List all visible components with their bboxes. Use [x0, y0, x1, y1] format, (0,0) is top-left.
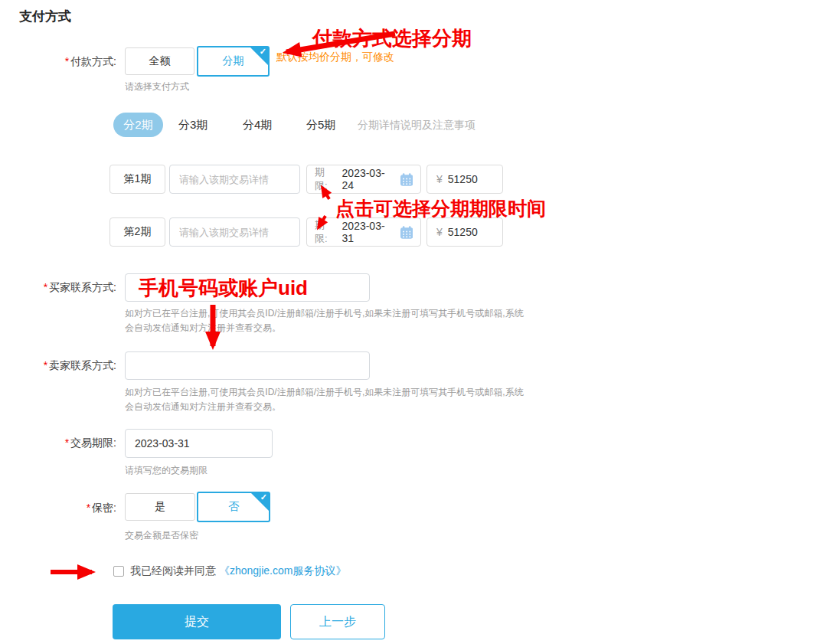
period-2-amount: 51250 — [448, 226, 478, 238]
period-2-deadline-box[interactable]: 期限: 2023-03-31 — [306, 217, 421, 247]
secrecy-label: *保密: — [0, 502, 116, 515]
tab-4-installments[interactable]: 分4期 — [243, 118, 272, 132]
seller-contact-label: *卖家联系方式: — [0, 359, 116, 373]
calendar-icon[interactable] — [400, 173, 413, 186]
seller-contact-helper: 如对方已在平台注册,可使用其会员ID/注册邮箱/注册手机号,如果未注册可填写其手… — [125, 385, 526, 414]
agreement-text: 我已经阅读并同意 《zhongjie.com服务协议》 — [130, 564, 346, 578]
seller-contact-input[interactable] — [125, 351, 370, 380]
payment-method-page: 支付方式 *付款方式: 全额 分期 ✓ 默认按均价分期，可修改 请选择支付方式 … — [0, 0, 817, 644]
submit-button[interactable]: 提交 — [113, 604, 281, 639]
buyer-contact-helper: 如对方已在平台注册,可使用其会员ID/注册邮箱/注册手机号,如果未注册可填写其手… — [125, 306, 526, 335]
required-asterisk: * — [44, 359, 47, 371]
required-asterisk: * — [65, 436, 69, 449]
annotation-choose-installment: 付款方式选择分期 — [312, 25, 472, 52]
deal-deadline-label: *交易期限: — [0, 436, 116, 450]
arrow-to-installment-button — [286, 34, 395, 52]
required-asterisk: * — [87, 502, 90, 514]
period-1-amount: 51250 — [448, 173, 478, 185]
deal-deadline-input[interactable] — [125, 429, 273, 458]
full-payment-option-button[interactable]: 全额 — [125, 47, 194, 75]
secrecy-yes-button[interactable]: 是 — [125, 493, 195, 521]
payment-method-label: *付款方式: — [0, 55, 116, 69]
currency-symbol: ¥ — [436, 226, 443, 238]
period-1-deadline-date: 2023-03-24 — [342, 167, 395, 191]
buyer-contact-input[interactable] — [125, 273, 370, 302]
previous-step-button[interactable]: 上一步 — [290, 604, 385, 639]
period-1-label-box: 第1期 — [109, 165, 165, 194]
check-icon: ✓ — [260, 492, 267, 502]
installment-default-note: 默认按均价分期，可修改 — [276, 51, 394, 64]
secrecy-helper: 交易金额是否保密 — [125, 529, 198, 542]
period-1-amount-box[interactable]: ¥ 51250 — [426, 165, 503, 194]
payment-method-helper: 请选择支付方式 — [125, 80, 189, 93]
period-1-detail-input[interactable] — [169, 165, 300, 194]
calendar-icon[interactable] — [400, 226, 413, 239]
tab-5-installments[interactable]: 分5期 — [306, 118, 335, 132]
page-title: 支付方式 — [19, 8, 71, 25]
installment-info-link[interactable]: 分期详情说明及注意事项 — [358, 119, 475, 132]
buyer-contact-label: *买家联系方式: — [0, 281, 116, 295]
currency-symbol: ¥ — [436, 173, 443, 185]
period-2-amount-box[interactable]: ¥ 51250 — [426, 217, 503, 247]
deal-deadline-helper: 请填写您的交易期限 — [125, 464, 208, 477]
period-2-deadline-date: 2023-03-31 — [342, 220, 395, 244]
secrecy-no-button[interactable]: 否 ✓ — [197, 492, 270, 522]
check-icon: ✓ — [260, 47, 266, 57]
installment-payment-option-button[interactable]: 分期 ✓ — [197, 46, 270, 77]
period-1-deadline-box[interactable]: 期限: 2023-03-24 — [306, 165, 421, 194]
agreement-checkbox[interactable] — [113, 566, 124, 577]
period-2-label-box: 第2期 — [109, 217, 165, 247]
tab-2-installments[interactable]: 分2期 — [113, 113, 163, 137]
period-2-detail-input[interactable] — [169, 217, 300, 247]
service-agreement-link[interactable]: 《zhongjie.com服务协议》 — [219, 564, 347, 577]
tab-3-installments[interactable]: 分3期 — [178, 118, 208, 132]
required-asterisk: * — [44, 281, 47, 293]
required-asterisk: * — [65, 55, 69, 67]
